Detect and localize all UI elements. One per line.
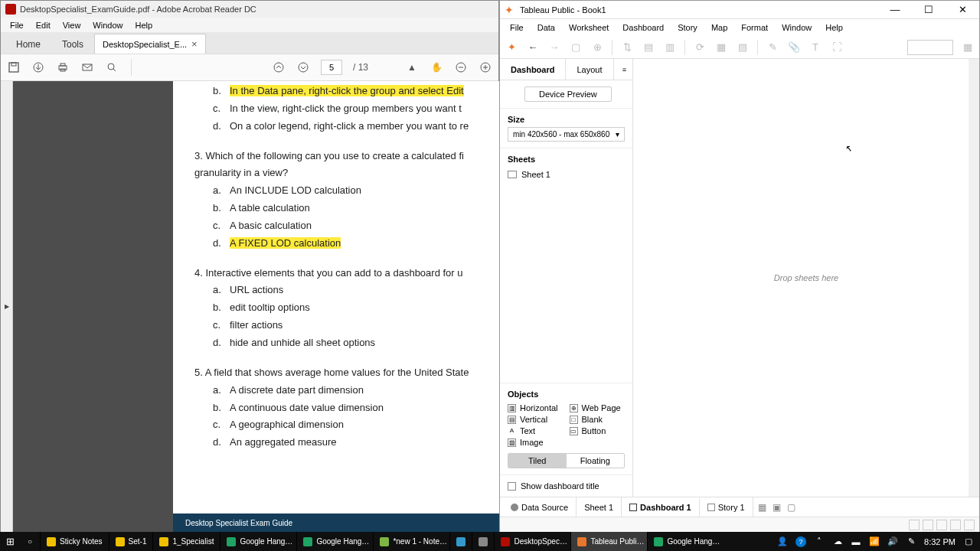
group-icon[interactable]: ▦ (714, 41, 728, 54)
pin-icon[interactable]: 📎 (787, 41, 801, 54)
new-dashboard-icon[interactable]: ▣ (773, 502, 781, 513)
pointer-icon[interactable]: ▲ (405, 60, 419, 74)
taskbar-item[interactable]: Tableau Publi… (570, 532, 647, 551)
taskbar-item[interactable]: Set-1 (109, 532, 153, 551)
taskbar-item[interactable]: Sticky Notes (40, 532, 109, 551)
people-icon[interactable]: 👤 (777, 536, 788, 547)
hand-icon[interactable]: ✋ (430, 60, 443, 74)
nav-next-icon[interactable] (936, 520, 947, 530)
taskbar-item[interactable]: Google Hang… (220, 532, 296, 551)
tab-dashboard[interactable]: Dashboard (500, 59, 566, 80)
menu-view[interactable]: View (57, 21, 87, 30)
page-number-input[interactable] (321, 60, 342, 75)
menu-window[interactable]: Window (87, 21, 129, 30)
forward-icon[interactable]: → (547, 41, 561, 54)
minimize-button[interactable]: — (883, 4, 907, 15)
device-preview-button[interactable]: Device Preview (524, 86, 612, 102)
expand-sidebar-icon[interactable]: ▶ (5, 303, 9, 310)
notifications-icon[interactable]: ▢ (963, 536, 974, 547)
taskbar-item[interactable]: Google Hang… (296, 532, 373, 551)
zoom-out-icon[interactable] (454, 60, 468, 74)
printer-icon[interactable] (56, 60, 70, 74)
menu-file[interactable]: File (4, 21, 30, 30)
clock[interactable]: 8:32 PM (924, 537, 956, 546)
refresh-icon[interactable]: ⟳ (693, 41, 707, 54)
print-icon[interactable] (31, 60, 45, 74)
menu-story[interactable]: Story (671, 23, 704, 32)
show-title-checkbox[interactable] (508, 482, 516, 491)
ink-icon[interactable]: ✎ (906, 536, 916, 547)
taskbar-item[interactable] (449, 532, 472, 551)
tableau-logo-toolbar-icon[interactable]: ✦ (505, 41, 518, 54)
filmstrip-icon[interactable] (964, 520, 975, 530)
tab-document[interactable]: DesktopSpecialist_E... × (94, 34, 206, 54)
new-story-icon[interactable]: ▢ (787, 502, 795, 513)
canvas-scrollbar[interactable] (969, 59, 979, 497)
new-worksheet-icon[interactable]: ▦ (758, 502, 766, 513)
obj-vertical[interactable]: ▤Vertical (508, 415, 564, 424)
zoom-in-icon[interactable] (479, 60, 492, 74)
taskbar-item[interactable] (472, 532, 494, 551)
page-up-icon[interactable] (272, 60, 286, 74)
nav-last-icon[interactable] (950, 520, 961, 530)
menu-map[interactable]: Map (704, 23, 734, 32)
tab-data-source[interactable]: Data Source (503, 497, 577, 517)
tab-story1[interactable]: Story 1 (700, 497, 753, 517)
obj-horizontal[interactable]: ▥Horizontal (508, 403, 564, 412)
network-icon[interactable]: ▬ (851, 536, 861, 547)
showme-icon[interactable]: ▦ (961, 41, 975, 54)
sort-asc-icon[interactable]: ▤ (642, 41, 655, 54)
onedrive-icon[interactable]: ☁ (832, 536, 843, 547)
obj-text[interactable]: AText (508, 426, 564, 435)
volume-icon[interactable]: 🔊 (887, 536, 898, 547)
search-icon[interactable] (105, 60, 119, 74)
menu-window[interactable]: Window (775, 23, 818, 32)
nav-first-icon[interactable] (909, 520, 920, 530)
menu-help[interactable]: Help (129, 21, 158, 30)
swap-icon[interactable]: ⇅ (620, 41, 634, 54)
maximize-button[interactable]: ☐ (916, 4, 941, 15)
taskbar-item[interactable]: DesktopSpec… (494, 532, 570, 551)
page-down-icon[interactable] (296, 60, 310, 74)
sort-desc-icon[interactable]: ▥ (663, 41, 677, 54)
menu-edit[interactable]: Edit (30, 21, 57, 30)
label-icon[interactable]: T (808, 41, 822, 54)
back-icon[interactable]: ← (526, 41, 540, 54)
expand-icon[interactable]: ≡ (616, 66, 632, 73)
new-data-icon[interactable]: ⊕ (590, 41, 604, 54)
taskbar-item[interactable]: *new 1 - Note… (373, 532, 449, 551)
cortana-button[interactable]: ○ (20, 537, 40, 546)
wifi-icon[interactable]: 📶 (869, 536, 880, 547)
size-dropdown[interactable]: min 420x560 - max 650x860 ▾ (508, 127, 625, 142)
menu-dashboard[interactable]: Dashboard (616, 23, 671, 32)
acrobat-sidebar-collapsed[interactable]: ▶ (1, 81, 13, 532)
menu-format[interactable]: Format (734, 23, 775, 32)
taskbar-item[interactable]: 1_Specialist (152, 532, 220, 551)
sheet-item-sheet1[interactable]: Sheet 1 (508, 168, 625, 181)
totals-icon[interactable]: ▧ (736, 41, 750, 54)
toolbar-dropdown[interactable] (907, 40, 953, 55)
tab-dashboard1[interactable]: Dashboard 1 (622, 497, 700, 517)
close-tab-icon[interactable]: × (191, 38, 198, 50)
start-button[interactable]: ⊞ (0, 532, 20, 551)
dashboard-canvas[interactable]: Drop sheets here ↖ (633, 59, 979, 497)
tiled-floating-toggle[interactable]: Tiled Floating (508, 453, 625, 468)
taskbar-item[interactable]: Google Hang… (647, 532, 724, 551)
save-icon[interactable] (7, 60, 21, 74)
tab-sheet1[interactable]: Sheet 1 (577, 497, 622, 517)
tab-home[interactable]: Home (5, 35, 51, 54)
obj-image[interactable]: ▧Image (508, 438, 564, 447)
menu-worksheet[interactable]: Worksheet (562, 23, 616, 32)
menu-file[interactable]: File (503, 23, 531, 32)
menu-data[interactable]: Data (531, 23, 562, 32)
tab-tools[interactable]: Tools (51, 35, 94, 54)
highlight-icon[interactable]: ✎ (766, 41, 779, 54)
obj-blank[interactable]: □Blank (570, 415, 626, 424)
floating-button[interactable]: Floating (567, 454, 625, 468)
obj-button[interactable]: ▭Button (570, 426, 626, 435)
tab-layout[interactable]: Layout (566, 59, 613, 80)
tiled-button[interactable]: Tiled (508, 454, 567, 468)
show-title-row[interactable]: Show dashboard title (500, 475, 632, 497)
save-icon[interactable]: ▢ (569, 41, 583, 54)
menu-help[interactable]: Help (818, 23, 850, 32)
